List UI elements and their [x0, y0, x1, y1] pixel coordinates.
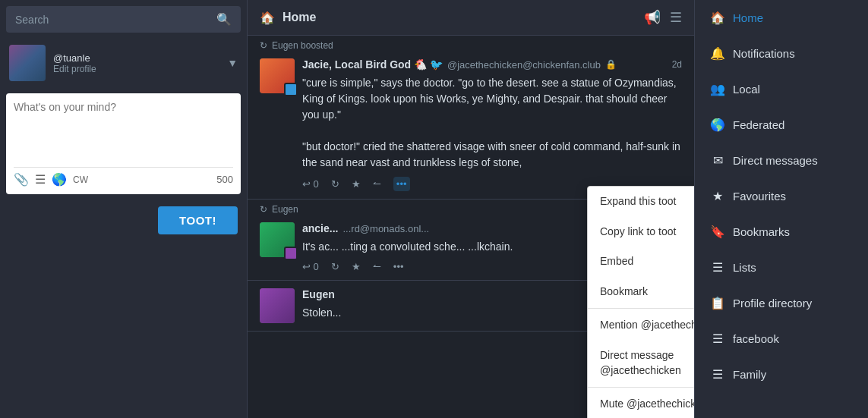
- facebook-list-icon: ☰: [710, 332, 725, 346]
- reply-button[interactable]: ↩ 0: [302, 178, 319, 190]
- context-bookmark[interactable]: Bookmark: [588, 277, 695, 307]
- lists-icon: ☰: [710, 260, 725, 275]
- page-title: Home: [282, 11, 636, 24]
- toot-btn-row: TOOT!: [0, 200, 247, 240]
- profile-edit-label: Edit profile: [53, 64, 219, 74]
- post-1-avatar: [260, 58, 295, 93]
- context-mention[interactable]: Mention @jacethechicken: [588, 310, 695, 341]
- notifications-icon: 🔔: [710, 46, 725, 61]
- home-icon: 🏠: [260, 11, 275, 25]
- notifications-label: Notifications: [733, 47, 795, 60]
- federated-label: Federated: [733, 118, 784, 131]
- sidebar-item-favourites[interactable]: ★ Favourites: [698, 179, 865, 213]
- profile-info: @tuanle Edit profile: [53, 52, 219, 74]
- federated-icon: 🌎: [710, 118, 725, 132]
- middle-header: 🏠 Home 📢 ☰: [248, 0, 694, 36]
- booster-name-2: Eugen: [272, 204, 298, 215]
- post-2-handle: ...rd@monads.onl...: [342, 223, 429, 234]
- sidebar-item-notifications[interactable]: 🔔 Notifications: [698, 36, 865, 71]
- post-1-time: 2d: [672, 59, 682, 70]
- post-2-avatar: [260, 222, 295, 257]
- post-2-more-button[interactable]: •••: [393, 261, 404, 272]
- context-menu: Expand this toot Copy link to toot Embed…: [587, 186, 695, 418]
- post-2-boost-button[interactable]: ↻: [331, 261, 339, 272]
- post-1-handle: @jacethechicken@chickenfan.club: [447, 59, 601, 71]
- post-2-share-button[interactable]: ↼: [373, 261, 381, 272]
- search-icon: 🔍: [216, 12, 232, 27]
- context-expand[interactable]: Expand this toot: [588, 187, 695, 217]
- profile-directory-icon: 📋: [710, 296, 725, 310]
- toot-button[interactable]: TOOT!: [158, 206, 238, 234]
- favourites-icon: ★: [710, 189, 725, 203]
- sidebar-item-home[interactable]: 🏠 Home: [698, 1, 865, 35]
- profile-row[interactable]: @tuanle Edit profile ▼: [0, 39, 247, 87]
- local-label: Local: [733, 83, 760, 96]
- favourites-label: Favourites: [733, 190, 786, 203]
- list-icon[interactable]: ☰: [35, 172, 46, 187]
- sidebar-item-direct-messages[interactable]: ✉ Direct messages: [698, 143, 865, 178]
- home-nav-icon: 🏠: [710, 11, 725, 25]
- family-label: Family: [733, 368, 766, 381]
- boost-row-1: ↻ Eugen boosted: [248, 36, 694, 51]
- bookmarks-icon: 🔖: [710, 225, 725, 239]
- globe-icon[interactable]: 🌎: [52, 172, 67, 187]
- sidebar-item-facebook[interactable]: ☰ facebook: [698, 322, 865, 356]
- context-embed[interactable]: Embed: [588, 247, 695, 277]
- direct-messages-icon: ✉: [710, 153, 725, 168]
- compose-area: 📎 ☰ 🌎 CW 500: [6, 93, 241, 194]
- post-1-display-name: Jacie, Local Bird God 🐔 🐦: [302, 58, 443, 71]
- home-nav-label: Home: [733, 11, 763, 24]
- boost-icon: ↻: [260, 40, 267, 51]
- context-copy-link[interactable]: Copy link to toot: [588, 217, 695, 247]
- context-mute[interactable]: Mute @jacethechicken: [588, 389, 695, 418]
- chevron-down-icon: ▼: [227, 57, 238, 69]
- sidebar-item-profile-directory[interactable]: 📋 Profile directory: [698, 286, 865, 320]
- sidebar-item-bookmarks[interactable]: 🔖 Bookmarks: [698, 215, 865, 249]
- megaphone-icon[interactable]: 📢: [644, 9, 661, 26]
- search-bar[interactable]: 🔍: [6, 6, 241, 33]
- direct-messages-label: Direct messages: [733, 154, 818, 167]
- filter-icon[interactable]: ☰: [670, 9, 682, 26]
- post-1-content: "cure is simple," says the doctor. "go t…: [302, 75, 682, 171]
- avatar: [9, 45, 46, 81]
- more-button[interactable]: •••: [393, 177, 410, 191]
- compose-toolbar: 📎 ☰ 🌎 CW 500: [14, 167, 233, 187]
- post-1-meta: Jacie, Local Bird God 🐔 🐦 @jacethechicke…: [302, 58, 682, 191]
- post-2-favourite-button[interactable]: ★: [352, 261, 361, 272]
- booster-name-1: Eugen boosted: [272, 40, 333, 51]
- left-panel: 🔍 @tuanle Edit profile ▼ 📎 ☰ 🌎 CW 500 TO…: [0, 0, 247, 418]
- favourite-button[interactable]: ★: [352, 178, 361, 190]
- context-divider-2: [588, 387, 695, 388]
- profile-handle: @tuanle: [53, 52, 219, 64]
- bookmarks-label: Bookmarks: [733, 225, 790, 238]
- local-icon: 👥: [710, 82, 725, 96]
- facebook-label: facebook: [733, 332, 779, 345]
- sidebar-item-family[interactable]: ☰ Family: [698, 357, 865, 391]
- context-divider-1: [588, 308, 695, 309]
- post-3-avatar: [260, 288, 295, 323]
- share-button[interactable]: ↼: [373, 178, 381, 190]
- post-3-display-name: Eugen: [302, 288, 335, 300]
- sidebar-item-local[interactable]: 👥 Local: [698, 72, 865, 106]
- middle-panel: 🏠 Home 📢 ☰ ↻ Eugen boosted Jacie, Local …: [247, 0, 695, 418]
- char-count: 500: [216, 174, 233, 185]
- post-1-name-row: Jacie, Local Bird God 🐔 🐦 @jacethechicke…: [302, 58, 682, 71]
- post-2-display-name: ancie...: [302, 222, 338, 234]
- boost-icon-2: ↻: [260, 204, 267, 215]
- header-icons: 📢 ☰: [644, 9, 682, 26]
- post-1-header: Jacie, Local Bird God 🐔 🐦 @jacethechicke…: [260, 58, 682, 191]
- boost-button[interactable]: ↻: [331, 178, 339, 190]
- post-2-reply-button[interactable]: ↩ 0: [302, 261, 319, 272]
- lock-icon: 🔒: [605, 59, 617, 70]
- compose-textarea[interactable]: [14, 101, 233, 162]
- family-list-icon: ☰: [710, 367, 725, 382]
- lists-label: Lists: [733, 261, 756, 274]
- post-1: Jacie, Local Bird God 🐔 🐦 @jacethechicke…: [248, 51, 694, 200]
- search-input[interactable]: [15, 14, 210, 26]
- context-dm[interactable]: Direct message @jacethechicken: [588, 341, 695, 385]
- attachment-icon[interactable]: 📎: [14, 172, 29, 187]
- sidebar-item-federated[interactable]: 🌎 Federated: [698, 108, 865, 142]
- cw-button[interactable]: CW: [73, 174, 88, 185]
- sidebar-item-lists[interactable]: ☰ Lists: [698, 250, 865, 284]
- right-panel: 🏠 Home 🔔 Notifications 👥 Local 🌎 Federat…: [695, 0, 868, 418]
